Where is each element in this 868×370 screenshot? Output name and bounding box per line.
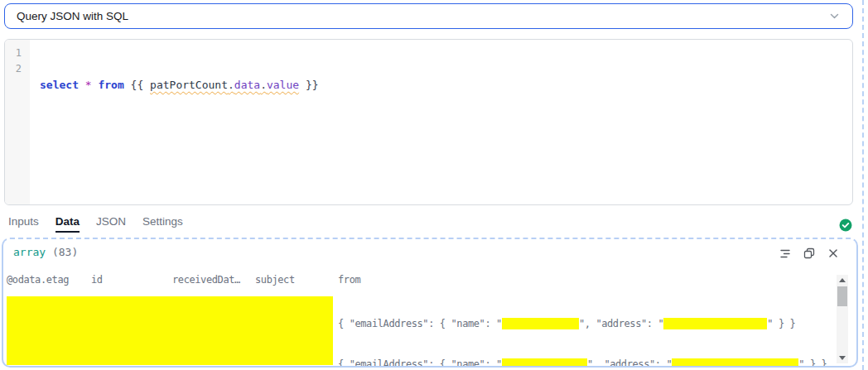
copy-icon[interactable] xyxy=(803,247,816,260)
tab-json[interactable]: JSON xyxy=(96,215,126,233)
from-column-rows: { "emailAddress": { "name": "", "address… xyxy=(338,292,828,368)
output-panel-actions xyxy=(779,247,840,260)
component-selection-outline xyxy=(862,0,864,370)
vertical-scrollbar[interactable] xyxy=(837,275,848,363)
scrollbar-thumb[interactable] xyxy=(837,286,847,306)
redacted-address xyxy=(663,318,767,329)
query-type-select[interactable]: Query JSON with SQL xyxy=(4,3,853,29)
scroll-down-button[interactable] xyxy=(837,353,848,363)
redacted-name xyxy=(502,358,587,368)
tab-settings[interactable]: Settings xyxy=(142,215,183,233)
line-number-gutter: 1 2 xyxy=(5,40,30,204)
query-type-value: Query JSON with SQL xyxy=(17,10,128,22)
chevron-down-icon xyxy=(828,10,841,22)
output-data-panel: array (83) @odata.etag id receivedDat… s… xyxy=(2,238,858,368)
outline-list-icon[interactable] xyxy=(779,247,792,260)
code-area[interactable]: select * from {{ patPortCount.data.value… xyxy=(30,40,852,204)
output-count: (83) xyxy=(46,246,78,258)
result-tab-bar: Inputs Data JSON Settings xyxy=(0,209,860,238)
success-check-icon xyxy=(839,219,852,232)
tab-data[interactable]: Data xyxy=(55,215,80,233)
code-line-2 xyxy=(40,124,852,140)
close-icon[interactable] xyxy=(827,247,840,260)
code-line-1: select * from {{ patPortCount.data.value… xyxy=(40,77,852,93)
column-header-subject: subject xyxy=(255,274,295,286)
redacted-address xyxy=(672,358,798,368)
column-header-odata-etag: @odata.etag xyxy=(7,274,69,286)
table-row: { "emailAddress": { "name": "", "address… xyxy=(338,356,828,368)
column-header-received-date: receivedDat… xyxy=(172,274,240,286)
line-number: 2 xyxy=(5,61,30,77)
table-row: { "emailAddress": { "name": "", "address… xyxy=(338,315,828,333)
output-summary: array (83) xyxy=(13,246,78,258)
redacted-cells-block xyxy=(7,296,333,365)
redacted-name xyxy=(502,318,579,329)
scroll-up-button[interactable] xyxy=(837,275,848,286)
tab-inputs[interactable]: Inputs xyxy=(8,215,39,233)
column-header-id: id xyxy=(91,274,103,286)
sql-code-editor[interactable]: 1 2 select * from {{ patPortCount.data.v… xyxy=(4,39,853,205)
line-number: 1 xyxy=(5,46,30,61)
output-type: array xyxy=(13,246,46,258)
column-header-from: from xyxy=(338,274,360,286)
